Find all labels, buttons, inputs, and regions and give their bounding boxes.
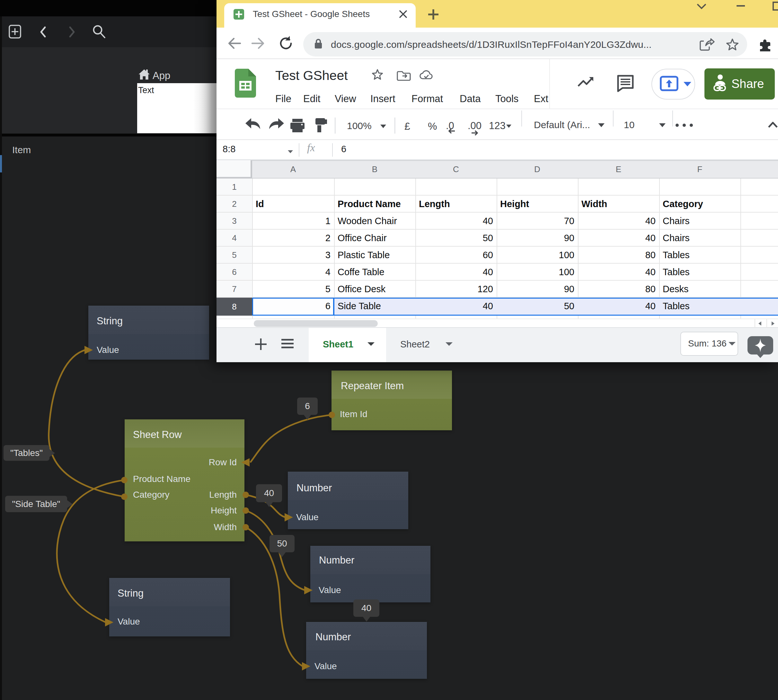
svg-text:100%: 100% [347, 120, 372, 131]
svg-text:123: 123 [489, 120, 506, 131]
svg-text:£: £ [404, 120, 410, 132]
svg-text:%: % [428, 120, 437, 132]
svg-text:.00: .00 [468, 120, 481, 131]
